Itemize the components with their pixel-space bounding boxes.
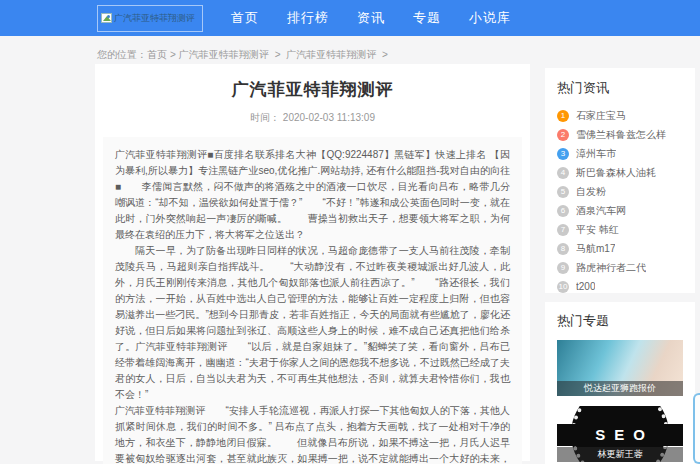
broken-image-icon (101, 13, 112, 23)
list-item[interactable]: 2 雪佛兰科鲁兹怎么样 (557, 125, 683, 144)
breadcrumb-current-link[interactable]: 广汽菲亚特菲翔测评 (286, 49, 376, 60)
main-nav: 首页 排行榜 资讯 专题 小说库 (231, 9, 511, 27)
list-item[interactable]: 5 自发粉 (557, 182, 683, 201)
nav-item-home[interactable]: 首页 (231, 9, 259, 27)
breadcrumb-item-link[interactable]: 广汽菲亚特菲翔测评 (179, 49, 269, 60)
floating-widget[interactable] (693, 393, 700, 464)
rank-badge: 7 (557, 224, 569, 236)
nav-item-ranking[interactable]: 排行榜 (287, 9, 329, 27)
breadcrumb-separator: > (170, 49, 176, 60)
list-item[interactable]: 10 t200 (557, 277, 683, 296)
breadcrumb-separator: > (275, 49, 281, 60)
rank-badge: 6 (557, 205, 569, 217)
article-meta: 时间： 2020-02-03 11:13:09 (95, 111, 530, 125)
list-item[interactable]: 4 斯巴鲁森林人油耗 (557, 163, 683, 182)
list-item[interactable]: 1 石家庄宝马 (557, 106, 683, 125)
hot-news-card: 热门资讯 1 石家庄宝马 2 雪佛兰科鲁兹怎么样 3 漳州车市 4 斯巴鲁森林人… (545, 68, 695, 293)
list-item[interactable]: 9 路虎神行者二代 (557, 258, 683, 277)
topic-caption: 林更新王蓉 (557, 447, 683, 462)
seo-logo-text: SEO (557, 424, 683, 446)
rank-badge: 10 (557, 281, 569, 293)
rank-badge: 2 (557, 129, 569, 141)
list-item[interactable]: 3 漳州车市 (557, 144, 683, 163)
nav-item-novels[interactable]: 小说库 (469, 9, 511, 27)
breadcrumb-separator: > (382, 49, 388, 60)
rank-badge: 4 (557, 167, 569, 179)
breadcrumb: 您的位置：首页>广汽菲亚特菲翔测评 > 广汽菲亚特菲翔测评 > (97, 48, 391, 62)
logo-alt-text: 广汽菲亚特菲翔测评 (114, 12, 195, 25)
topic-caption: 悦达起亚狮跑报价 (557, 381, 683, 396)
hot-topics-card: 热门专题 悦达起亚狮跑报价 SEO 林更新王蓉 (545, 302, 695, 464)
article-body: 广汽菲亚特菲翔测评■百度排名联系排名大神【QQ:9224487】黑链军】快速上排… (103, 137, 522, 464)
breadcrumb-label: 您的位置： (97, 49, 147, 60)
rank-badge: 8 (557, 243, 569, 255)
top-navbar: 广汽菲亚特菲翔测评 首页 排行榜 资讯 专题 小说库 (0, 0, 700, 36)
list-item[interactable]: 6 酒泉汽车网 (557, 201, 683, 220)
hot-news-list: 1 石家庄宝马 2 雪佛兰科鲁兹怎么样 3 漳州车市 4 斯巴鲁森林人油耗 5 … (557, 106, 683, 296)
rank-badge: 9 (557, 262, 569, 274)
breadcrumb-home-link[interactable]: 首页 (147, 49, 167, 60)
page-title: 广汽菲亚特菲翔测评 (95, 64, 530, 101)
list-item[interactable]: 8 马航m17 (557, 239, 683, 258)
hot-news-title: 热门资讯 (557, 79, 683, 97)
rank-badge: 3 (557, 148, 569, 160)
topic-thumbnail[interactable]: SEO 林更新王蓉 (557, 406, 683, 462)
nav-item-topics[interactable]: 专题 (413, 9, 441, 27)
rank-badge: 5 (557, 186, 569, 198)
article-card: 广汽菲亚特菲翔测评 时间： 2020-02-03 11:13:09 广汽菲亚特菲… (95, 64, 530, 461)
topic-thumbnail[interactable]: 悦达起亚狮跑报价 (557, 340, 683, 396)
article-paragraph: 隔天一早，为了防备出现昨日同样的状况，马超命庞德带了一支人马前往茂陵，牵制茂陵兵… (115, 243, 510, 403)
site-logo[interactable]: 广汽菲亚特菲翔测评 (97, 5, 203, 32)
nav-item-news[interactable]: 资讯 (357, 9, 385, 27)
hot-topics-title: 热门专题 (557, 312, 683, 330)
rank-badge: 1 (557, 110, 569, 122)
publish-time: 2020-02-03 11:13:09 (283, 112, 375, 123)
article-paragraph: 广汽菲亚特菲翔测评 “安排人手轮流巡视，再派人打探一下其他匈奴人的下落，其他人抓… (115, 403, 510, 464)
list-item[interactable]: 7 平安 韩红 (557, 220, 683, 239)
article-paragraph: 广汽菲亚特菲翔测评■百度排名联系排名大神【QQ:9224487】黑链军】快速上排… (115, 147, 510, 243)
time-label: 时间： (250, 112, 280, 123)
